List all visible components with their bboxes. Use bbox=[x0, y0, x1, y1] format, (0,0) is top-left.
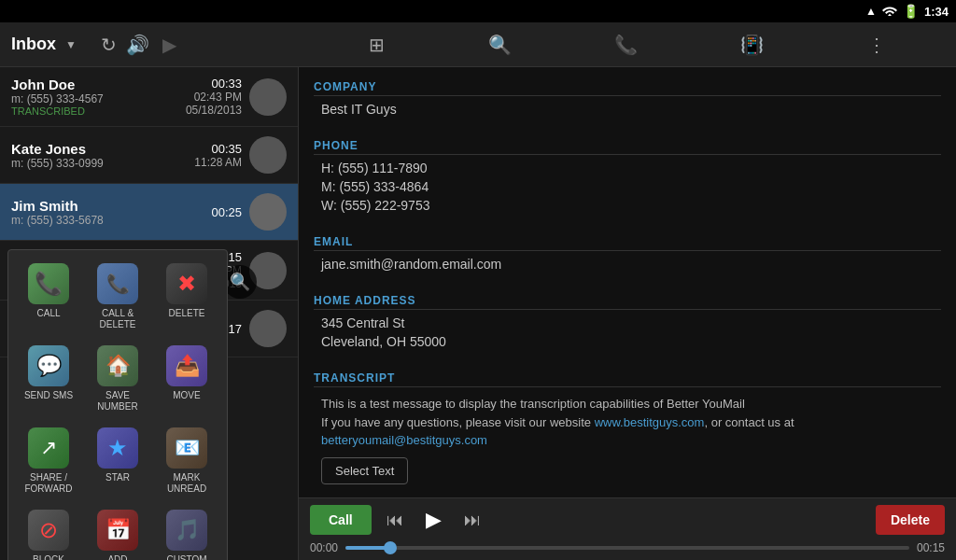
mark-unread-icon: 📧 bbox=[166, 427, 207, 469]
ctx-block-caller[interactable]: ⊘ BLOCK CALLER bbox=[16, 504, 81, 560]
toolbar: Inbox ▼ ↻ 🔊 ▶ ⊞ 🔍 📞 📳 ⋮ bbox=[0, 22, 956, 67]
transcript-text: This is a test message to display the tr… bbox=[314, 391, 941, 454]
avatar-kate-jones bbox=[249, 136, 287, 174]
active-search-overlay[interactable]: 🔍 bbox=[223, 265, 257, 299]
add-event-icon: 📅 bbox=[97, 510, 138, 551]
call-icon: 📞 bbox=[28, 263, 69, 304]
ctx-call[interactable]: 📞 CALL bbox=[16, 258, 81, 336]
player-bar: Call ⏮ ▶ ⏭ Delete 00:00 00:15 bbox=[299, 497, 956, 560]
inbox-item-kate-jones[interactable]: Kate Jones m: (555) 333-0999 00:35 11:28… bbox=[0, 127, 298, 184]
volume-icon[interactable]: 🔊 bbox=[126, 34, 149, 56]
fast-forward-button[interactable]: ⏭ bbox=[457, 507, 488, 534]
address-line2: Cleveland, OH 55000 bbox=[314, 332, 941, 351]
block-caller-icon: ⊘ bbox=[28, 510, 69, 551]
phone-w: W: (555) 222-9753 bbox=[314, 196, 941, 215]
progress-knob[interactable] bbox=[384, 541, 397, 554]
company-header: COMPANY bbox=[314, 75, 941, 96]
call-delete-icon: 📞 bbox=[97, 263, 138, 304]
transcript-header: TRANSCRIPT bbox=[314, 366, 941, 387]
ctx-mark-unread[interactable]: 📧 MARK UNREAD bbox=[154, 422, 219, 500]
company-value: Best IT Guys bbox=[314, 100, 941, 119]
save-number-icon: 🏠 bbox=[97, 345, 138, 386]
ctx-move[interactable]: 📤 MOVE bbox=[154, 340, 219, 418]
time-start: 00:00 bbox=[310, 541, 338, 554]
avatar-john-doe bbox=[249, 78, 287, 116]
context-menu: 📞 CALL 📞 CALL & DELETE ✖ DELETE 💬 bbox=[7, 249, 228, 560]
transcript-email[interactable]: betteryoumail@bestitguys.com bbox=[321, 433, 487, 447]
sms-icon: 💬 bbox=[28, 345, 69, 386]
main: John Doe m: (555) 333-4567 TRANSCRIBED 0… bbox=[0, 67, 956, 560]
transcript-link[interactable]: www.bestitguys.com bbox=[595, 415, 705, 429]
transcript-section: TRANSCRIPT This is a test message to dis… bbox=[299, 358, 956, 497]
address-section: HOME ADDRESS 345 Central St Cleveland, O… bbox=[299, 281, 956, 358]
ctx-share-forward[interactable]: ↗ SHARE / FORWARD bbox=[16, 422, 81, 500]
battery-icon: 🔋 bbox=[903, 4, 919, 19]
ctx-save-number[interactable]: 🏠 SAVE NUMBER bbox=[85, 340, 150, 418]
move-icon: 📤 bbox=[166, 345, 207, 386]
inbox-arrow: ▼ bbox=[65, 38, 77, 51]
select-text-button[interactable]: Select Text bbox=[321, 457, 408, 484]
time-end: 00:15 bbox=[917, 541, 945, 554]
phone-icon[interactable]: 📞 bbox=[614, 34, 638, 56]
avatar-jim-smith bbox=[249, 193, 287, 231]
more-icon[interactable]: ⋮ bbox=[867, 34, 886, 56]
play-button[interactable]: ▶ bbox=[418, 504, 449, 536]
ctx-send-sms[interactable]: 💬 SEND SMS bbox=[16, 340, 81, 418]
search-icon[interactable]: 🔍 bbox=[488, 34, 512, 56]
share-icon: ↗ bbox=[28, 427, 69, 469]
grid-icon[interactable]: ⊞ bbox=[369, 34, 385, 56]
status-icons: ▲ 🔋 1:34 bbox=[865, 4, 949, 20]
custom-greeting-icon: 🎵 bbox=[166, 510, 207, 551]
player-controls: Call ⏮ ▶ ⏭ Delete bbox=[310, 504, 945, 536]
email-value: jane.smith@random.email.com bbox=[314, 255, 941, 273]
wifi-icon bbox=[882, 4, 897, 20]
toolbar-arrow-right: ▶ bbox=[162, 34, 176, 56]
ctx-custom-greeting[interactable]: 🎵 CUSTOM GREETING bbox=[154, 504, 219, 560]
phone-section: PHONE H: (555) 111-7890 M: (555) 333-486… bbox=[299, 126, 956, 222]
progress-bar[interactable] bbox=[345, 546, 909, 550]
ctx-delete[interactable]: ✖ DELETE bbox=[154, 258, 219, 336]
phone-m: M: (555) 333-4864 bbox=[314, 177, 941, 196]
ctx-star[interactable]: ★ STAR bbox=[85, 422, 150, 500]
address-line1: 345 Central St bbox=[314, 314, 941, 332]
toolbar-left: Inbox ▼ ↻ 🔊 ▶ bbox=[0, 34, 299, 56]
progress-row: 00:00 00:15 bbox=[310, 541, 945, 554]
call-button[interactable]: Call bbox=[310, 505, 372, 535]
inbox-panel: John Doe m: (555) 333-4567 TRANSCRIBED 0… bbox=[0, 67, 299, 560]
clock: 1:34 bbox=[924, 5, 949, 19]
star-icon: ★ bbox=[97, 427, 138, 469]
ctx-add-event[interactable]: 📅 ADD EVENT bbox=[85, 504, 150, 560]
refresh-icon[interactable]: ↻ bbox=[101, 34, 117, 56]
phone-header: PHONE bbox=[314, 133, 941, 155]
address-header: HOME ADDRESS bbox=[314, 288, 941, 310]
delete-icon: ✖ bbox=[166, 263, 207, 304]
signal-icon: ▲ bbox=[865, 5, 877, 18]
email-header: EMAIL bbox=[314, 230, 941, 251]
company-section: COMPANY Best IT Guys bbox=[299, 67, 956, 126]
phone-h: H: (555) 111-7890 bbox=[314, 159, 941, 177]
inbox-title: Inbox bbox=[11, 35, 56, 54]
inbox-item-jim-smith[interactable]: Jim Smith m: (555) 333-5678 00:25 bbox=[0, 184, 298, 241]
detail-panel: COMPANY Best IT Guys PHONE H: (555) 111-… bbox=[299, 67, 956, 560]
inbox-item-john-doe[interactable]: John Doe m: (555) 333-4567 TRANSCRIBED 0… bbox=[0, 67, 298, 127]
delete-button[interactable]: Delete bbox=[876, 505, 945, 535]
email-section: EMAIL jane.smith@random.email.com bbox=[299, 222, 956, 281]
status-bar: ▲ 🔋 1:34 bbox=[0, 0, 956, 22]
ctx-call-delete[interactable]: 📞 CALL & DELETE bbox=[85, 258, 150, 336]
voicemail-icon[interactable]: 📳 bbox=[740, 34, 764, 56]
detail-scroll: COMPANY Best IT Guys PHONE H: (555) 111-… bbox=[299, 67, 956, 497]
rewind-button[interactable]: ⏮ bbox=[379, 507, 411, 534]
toolbar-icons: ⊞ 🔍 📞 📳 ⋮ bbox=[299, 34, 956, 56]
avatar-acme bbox=[249, 310, 287, 347]
